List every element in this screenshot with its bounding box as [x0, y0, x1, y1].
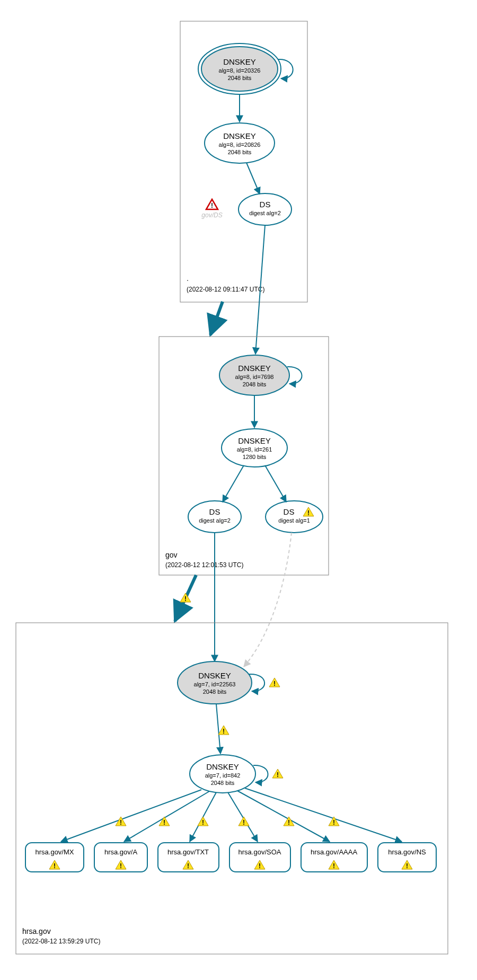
node-root-ksk[interactable]: DNSKEY alg=8, id=20326 2048 bits: [198, 43, 281, 94]
svg-text:DNSKEY: DNSKEY: [198, 671, 231, 680]
svg-text:alg=7, id=22563: alg=7, id=22563: [194, 681, 236, 687]
svg-text:hrsa.gov/NS: hrsa.gov/NS: [388, 848, 426, 856]
svg-text:2048 bits: 2048 bits: [228, 75, 252, 81]
annotation-gov-ds-error[interactable]: gov/DS: [201, 199, 222, 219]
warn-icon: [238, 817, 249, 826]
edge-zsk-aaaa: [237, 791, 330, 842]
zone-root-name: .: [187, 274, 189, 282]
error-icon: [206, 199, 218, 209]
svg-text:DS: DS: [284, 507, 295, 516]
zone-root-timestamp: (2022-08-12 09:11:47 UTC): [187, 286, 264, 293]
svg-text:gov/DS: gov/DS: [201, 211, 222, 219]
svg-text:2048 bits: 2048 bits: [203, 688, 227, 695]
rrset-mx[interactable]: hrsa.gov/MX: [25, 843, 84, 872]
edge-zsk-ns: [245, 788, 402, 842]
dnssec-graph: ! ! . (2022-08-12 09:11:47 UTC) DNSKEY a…: [0, 0, 477, 980]
rrset-a[interactable]: hrsa.gov/A: [94, 843, 147, 872]
warn-icon: [218, 726, 229, 735]
warn-icon: [272, 769, 283, 779]
svg-point-28: [266, 501, 323, 533]
warn-icon: [198, 817, 208, 826]
node-gov-ksk[interactable]: DNSKEY alg=8, id=7698 2048 bits: [219, 355, 289, 395]
rrset-txt[interactable]: hrsa.gov/TXT: [158, 843, 219, 872]
node-hrsa-ksk[interactable]: DNSKEY alg=7, id=22563 2048 bits: [178, 661, 252, 704]
svg-text:DNSKEY: DNSKEY: [223, 57, 256, 66]
svg-text:alg=8, id=7698: alg=8, id=7698: [235, 374, 274, 380]
edge-govds1-hrsaksk: [244, 533, 292, 667]
svg-text:digest alg=2: digest alg=2: [199, 517, 231, 524]
zone-hrsa-name: hrsa.gov: [22, 927, 51, 935]
svg-text:DNSKEY: DNSKEY: [206, 762, 239, 771]
rrset-ns[interactable]: hrsa.gov/NS: [378, 843, 436, 872]
svg-text:alg=8, id=261: alg=8, id=261: [237, 446, 272, 453]
node-gov-zsk[interactable]: DNSKEY alg=8, id=261 1280 bits: [222, 429, 287, 467]
svg-text:hrsa.gov/MX: hrsa.gov/MX: [36, 848, 74, 856]
svg-text:alg=7, id=842: alg=7, id=842: [205, 772, 241, 779]
svg-text:hrsa.gov/A: hrsa.gov/A: [104, 848, 137, 856]
svg-point-25: [188, 501, 241, 533]
warn-icon: [329, 817, 339, 826]
svg-text:hrsa.gov/AAAA: hrsa.gov/AAAA: [311, 848, 357, 856]
warn-icon: [269, 678, 280, 687]
zone-gov-name: gov: [165, 551, 178, 559]
edge-zsk-a: [124, 791, 209, 842]
svg-text:2048 bits: 2048 bits: [228, 149, 252, 155]
zone-hrsa: hrsa.gov (2022-08-12 13:59:29 UTC) DNSKE…: [16, 623, 448, 954]
svg-text:alg=8, id=20826: alg=8, id=20826: [219, 142, 261, 148]
rrset-soa[interactable]: hrsa.gov/SOA: [229, 843, 290, 872]
node-root-ds[interactable]: DS digest alg=2: [238, 193, 292, 225]
svg-text:DS: DS: [260, 200, 271, 209]
svg-text:2048 bits: 2048 bits: [211, 780, 235, 786]
svg-text:hrsa.gov/TXT: hrsa.gov/TXT: [167, 848, 209, 856]
svg-text:1280 bits: 1280 bits: [243, 454, 267, 460]
svg-text:DNSKEY: DNSKEY: [238, 364, 271, 373]
svg-text:digest alg=1: digest alg=1: [278, 517, 310, 524]
zone-hrsa-timestamp: (2022-08-12 13:59:29 UTC): [22, 938, 100, 945]
node-hrsa-zsk[interactable]: DNSKEY alg=7, id=842 2048 bits: [190, 755, 255, 793]
svg-text:DNSKEY: DNSKEY: [238, 436, 271, 445]
edge-hrsaksk-hrsazsk: [216, 704, 220, 754]
zone-gov: gov (2022-08-12 12:01:53 UTC) DNSKEY alg…: [159, 337, 329, 575]
node-gov-ds-2[interactable]: DS digest alg=2: [188, 501, 241, 533]
warn-icon: [180, 593, 191, 603]
svg-text:DNSKEY: DNSKEY: [223, 131, 256, 140]
svg-text:alg=8, id=20326: alg=8, id=20326: [219, 67, 261, 74]
rrset-aaaa[interactable]: hrsa.gov/AAAA: [301, 843, 367, 872]
svg-text:DS: DS: [209, 507, 220, 516]
node-gov-ds-1[interactable]: DS digest alg=1: [266, 501, 323, 533]
svg-point-12: [238, 193, 292, 225]
zone-gov-timestamp: (2022-08-12 12:01:53 UTC): [165, 561, 243, 569]
node-root-zsk[interactable]: DNSKEY alg=8, id=20826 2048 bits: [205, 123, 275, 163]
edge-govzsk-ds2: [223, 465, 244, 502]
edge-zsk-mx: [61, 790, 201, 842]
svg-text:2048 bits: 2048 bits: [243, 381, 267, 387]
svg-text:digest alg=2: digest alg=2: [249, 210, 281, 216]
svg-text:hrsa.gov/SOA: hrsa.gov/SOA: [238, 848, 281, 856]
edge-rootzsk-rootds: [246, 163, 260, 194]
delegation-root-gov: [210, 302, 223, 335]
edge-govzsk-ds1: [265, 465, 286, 502]
warn-icon: [159, 817, 170, 826]
zone-root: . (2022-08-12 09:11:47 UTC) DNSKEY alg=8…: [180, 21, 307, 302]
